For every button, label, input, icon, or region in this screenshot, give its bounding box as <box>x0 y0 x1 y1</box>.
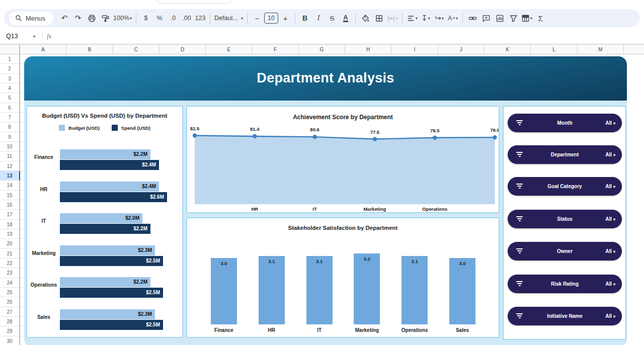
italic-button[interactable]: I <box>312 12 325 25</box>
borders-button[interactable] <box>372 12 385 25</box>
undo-button[interactable]: ↶ <box>58 12 71 25</box>
text-wrapping-button[interactable]: ↪▾ <box>433 12 446 25</box>
insert-link-button[interactable] <box>466 12 479 25</box>
slicer-owner[interactable]: OwnerAll▾ <box>508 242 622 261</box>
insert-comment-button[interactable] <box>479 12 493 25</box>
merge-cells-button[interactable]: ▾ <box>386 12 399 25</box>
column-header-D[interactable]: D <box>159 45 206 54</box>
column-header-C[interactable]: C <box>113 45 159 54</box>
insert-chart-button[interactable] <box>493 12 506 25</box>
paint-format-button[interactable] <box>99 12 112 25</box>
bold-button[interactable]: B <box>298 12 311 25</box>
row-header-11[interactable]: 11 <box>0 151 20 161</box>
row-header-19[interactable]: 19 <box>0 229 20 239</box>
decrease-decimal-button[interactable]: .0 <box>167 12 180 25</box>
row-header-8[interactable]: 8 <box>0 122 20 132</box>
row-header-21[interactable]: 21 <box>0 249 20 258</box>
name-box[interactable]: Q13 ▾ <box>0 33 38 40</box>
slicer-value-dropdown[interactable]: All▾ <box>605 145 615 164</box>
row-header-15[interactable]: 15 <box>0 191 20 200</box>
column-header-B[interactable]: B <box>66 45 113 54</box>
slicer-value-dropdown[interactable]: All▾ <box>605 242 615 261</box>
row-header-22[interactable]: 22 <box>0 258 20 268</box>
column-header-H[interactable]: H <box>345 45 391 54</box>
font-size-input[interactable]: 10 <box>264 13 278 24</box>
row-header-18[interactable]: 18 <box>0 220 20 229</box>
slicer-value-dropdown[interactable]: All▾ <box>605 114 615 133</box>
vertical-align-button[interactable]: ↧▾ <box>419 12 432 25</box>
select-all-corner[interactable] <box>0 45 20 54</box>
fill-color-button[interactable] <box>359 12 372 25</box>
column-header-L[interactable]: L <box>531 45 577 54</box>
redo-button[interactable]: ↷ <box>71 12 85 25</box>
slicer-value-dropdown[interactable]: All▾ <box>605 210 615 229</box>
format-currency-button[interactable]: $ <box>139 12 152 25</box>
slicer-risk-rating[interactable]: Risk RatingAll▾ <box>508 275 622 293</box>
slicer-value-dropdown[interactable]: All▾ <box>605 177 615 196</box>
font-select[interactable]: Defaul...▾ <box>213 12 244 25</box>
row-header-6[interactable]: 6 <box>0 103 20 113</box>
row-header-1[interactable]: 1 <box>0 54 20 64</box>
row-header-30[interactable]: 30 <box>0 336 20 345</box>
column-header-A[interactable]: A <box>20 45 66 54</box>
row-header-26[interactable]: 26 <box>0 297 20 307</box>
sheet-canvas[interactable]: Department Analysis Budget (USD) Vs Spen… <box>20 54 644 345</box>
horizontal-align-button[interactable]: ▾ <box>406 12 419 25</box>
insert-table-button[interactable]: ▾ <box>520 12 533 25</box>
text-rotation-button[interactable]: A↗▾ <box>446 12 459 25</box>
row-header-4[interactable]: 4 <box>0 83 20 93</box>
column-header-I[interactable]: I <box>391 45 438 54</box>
column-header-E[interactable]: E <box>206 45 252 54</box>
zoom-select[interactable]: 100%▾ <box>112 12 133 25</box>
row-header-25[interactable]: 25 <box>0 288 20 297</box>
more-formats-button[interactable]: 123 <box>194 12 207 25</box>
slicer-goal-category[interactable]: Goal CategoryAll▾ <box>508 177 622 196</box>
x-axis-label: IT <box>295 206 335 212</box>
slicer-department[interactable]: DepartmentAll▾ <box>508 145 622 164</box>
slicer-value-dropdown[interactable]: All▾ <box>605 275 615 294</box>
decrease-font-size-button[interactable]: − <box>251 12 264 25</box>
stakeholder-satisfaction-chart[interactable]: Stakeholder Satisfaction by Department 3… <box>186 217 500 338</box>
row-header-17[interactable]: 17 <box>0 210 20 219</box>
row-header-20[interactable]: 20 <box>0 239 20 248</box>
budget-vs-spend-chart[interactable]: Budget (USD) Vs Spend (USD) by Departmen… <box>26 106 183 338</box>
row-header-23[interactable]: 23 <box>0 268 20 278</box>
row-header-2[interactable]: 2 <box>0 64 20 73</box>
column-header-F[interactable]: F <box>252 45 298 54</box>
row-header-13[interactable]: 13 <box>0 171 20 181</box>
slicer-status[interactable]: StatusAll▾ <box>508 210 622 228</box>
functions-button[interactable]: Σ <box>534 12 547 25</box>
row-header-3[interactable]: 3 <box>0 74 20 83</box>
row-header-24[interactable]: 24 <box>0 278 20 288</box>
row-header-29[interactable]: 29 <box>0 326 20 336</box>
row-header-14[interactable]: 14 <box>0 181 20 190</box>
column-header-M[interactable]: M <box>578 45 624 54</box>
strikethrough-button[interactable]: S <box>326 12 339 25</box>
row-header-28[interactable]: 28 <box>0 317 20 326</box>
increase-font-size-button[interactable]: + <box>279 12 292 25</box>
row-header-27[interactable]: 27 <box>0 307 20 317</box>
x-axis-label: HR <box>251 327 293 333</box>
row-header-10[interactable]: 10 <box>0 142 20 151</box>
row-header-5[interactable]: 5 <box>0 93 20 103</box>
column-headers: ABCDEFGHIJKLM <box>0 44 644 54</box>
column-header-J[interactable]: J <box>438 45 485 54</box>
row-header-9[interactable]: 9 <box>0 132 20 142</box>
achievement-score-chart[interactable]: Achievement Score by Department 82.581.4… <box>186 106 500 213</box>
increase-decimal-button[interactable]: .00 <box>180 12 193 25</box>
slicer-label: Department <box>508 145 622 164</box>
slicer-initiative-name[interactable]: Initiative NameAll▾ <box>508 307 622 325</box>
row-header-16[interactable]: 16 <box>0 200 20 210</box>
format-percent-button[interactable]: % <box>153 12 166 25</box>
menus-search-button[interactable]: Menus <box>9 12 53 25</box>
print-button[interactable] <box>85 12 98 25</box>
row-header-7[interactable]: 7 <box>0 113 20 122</box>
slicer-value-dropdown[interactable]: All▾ <box>605 307 615 326</box>
text-color-button[interactable]: A <box>339 12 352 25</box>
column-header-K[interactable]: K <box>485 45 531 54</box>
column-header-G[interactable]: G <box>299 45 345 54</box>
slicer-month[interactable]: MonthAll▾ <box>508 114 622 132</box>
row-header-12[interactable]: 12 <box>0 161 20 171</box>
create-filter-button[interactable] <box>507 12 520 25</box>
slicer-label: Goal Category <box>508 177 622 196</box>
